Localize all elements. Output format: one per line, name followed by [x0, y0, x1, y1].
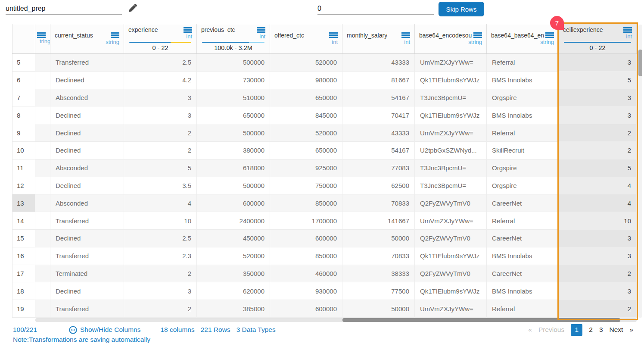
- page-button-3[interactable]: 3: [599, 326, 603, 334]
- cell-monthly_salary: 81667: [342, 72, 415, 89]
- cell-ceiliexperience: 3: [559, 54, 637, 72]
- column-menu-icon[interactable]: [37, 32, 46, 38]
- cell-current_status: Absconded: [50, 159, 124, 177]
- cell-previous_ctc: 350000: [197, 265, 270, 283]
- cell-base64_base64_en: SkillRecruit: [487, 142, 559, 159]
- cell-current_status: Absconded: [50, 194, 124, 212]
- cell-rownum: 15: [12, 230, 35, 247]
- column-name: base64_base64_en...: [491, 32, 544, 39]
- column-name-row: previous_ctc: [201, 26, 265, 33]
- column-type-label: int: [274, 39, 338, 46]
- edit-pencil-icon[interactable]: [128, 3, 137, 13]
- cell-current_status: Declined: [50, 230, 124, 247]
- show-hide-columns-button[interactable]: Show/Hide Columns: [69, 326, 140, 334]
- column-header-ceiliexperience[interactable]: ceiliexperienceint0 - 22: [559, 24, 637, 53]
- cell-monthly_salary: 141667: [342, 212, 415, 230]
- cell-current_status: Declineed: [50, 72, 124, 89]
- table-header-row: tringcurrent_statusstringexperienceint0 …: [12, 24, 637, 54]
- table-row: 17Terminated235000046000038333Q2FyZWVyTm…: [12, 265, 637, 283]
- column-menu-icon[interactable]: [473, 32, 482, 38]
- column-header-previous_ctc[interactable]: previous_ctcint100.0k - 3.2M: [197, 24, 270, 53]
- column-header-experience[interactable]: experienceint0 - 22: [124, 24, 197, 53]
- cell-base64_encodesou: T3Jnc3BpcmU=: [415, 89, 487, 107]
- next-button[interactable]: Next: [610, 326, 623, 334]
- cell-ceiliexperience: 5: [559, 159, 637, 177]
- column-menu-icon[interactable]: [184, 27, 192, 33]
- cell-col_clipped: [35, 282, 50, 300]
- column-header-base64_base64_en[interactable]: base64_base64_en...string: [487, 24, 559, 53]
- column-header-current_status[interactable]: current_statusstring: [50, 24, 124, 53]
- cell-offered_ctc: 650000: [270, 142, 342, 159]
- footer-stats: 100/221 Show/Hide Columns 18 columns 221…: [13, 326, 276, 334]
- cell-rownum: 6: [12, 72, 35, 89]
- column-range-label: 100.0k - 3.2M: [201, 44, 265, 51]
- rows-count: 221 Rows: [201, 326, 230, 334]
- vertical-scrollbar[interactable]: [638, 25, 642, 318]
- column-header-offered_ctc[interactable]: offered_ctcint: [270, 24, 342, 53]
- column-menu-icon[interactable]: [623, 27, 632, 33]
- cell-col_clipped: [35, 124, 50, 142]
- cell-base64_encodesou: Q2FyZWVyTmV0: [415, 230, 487, 247]
- cell-rownum: 9: [12, 124, 35, 142]
- next-arrow[interactable]: »: [629, 326, 633, 334]
- page-button-1[interactable]: 1: [571, 324, 582, 336]
- cell-monthly_salary: 62500: [342, 177, 415, 195]
- cell-rownum: 7: [12, 89, 35, 107]
- column-menu-icon[interactable]: [329, 32, 338, 38]
- cell-offered_ctc: 600000: [270, 300, 342, 318]
- horizontal-scrollbar[interactable]: [35, 318, 637, 322]
- column-header-col_clipped[interactable]: tring: [35, 24, 50, 53]
- column-name-row: experience: [128, 26, 192, 33]
- cell-experience: 2: [124, 265, 197, 283]
- cell-previous_ctc: 2400000: [197, 212, 270, 230]
- previous-arrow[interactable]: «: [528, 326, 532, 334]
- cell-base64_base64_en: BMS Innolabs: [487, 106, 559, 124]
- column-header-rownum: [12, 24, 35, 53]
- cell-col_clipped: [35, 89, 50, 107]
- column-menu-icon[interactable]: [401, 32, 410, 38]
- column-type-label: string: [491, 39, 554, 46]
- cell-monthly_salary: 77083: [342, 159, 415, 177]
- column-range-label: 0 - 22: [563, 44, 632, 51]
- cell-current_status: Absconded: [50, 89, 124, 107]
- cell-col_clipped: [35, 265, 50, 283]
- column-range-label: 0 - 22: [128, 44, 192, 51]
- horizontal-scrollbar-thumb[interactable]: [342, 318, 620, 322]
- column-menu-icon[interactable]: [257, 27, 265, 33]
- column-menu-icon[interactable]: [545, 32, 554, 38]
- table-body: 5Transferred2.550000052000043333UmVmZXJy…: [12, 54, 637, 318]
- cell-base64_base64_en: Orgspire: [487, 89, 559, 107]
- skip-rows-button[interactable]: Skip Rows: [439, 2, 484, 16]
- previous-button[interactable]: Previous: [538, 326, 564, 334]
- cell-experience: 5: [124, 159, 197, 177]
- cell-base64_encodesou: U2tpbGxSZWNyd...: [415, 142, 487, 159]
- column-header-base64_encodesou[interactable]: base64_encodesou...string: [415, 24, 487, 53]
- column-distribution-bar: [129, 42, 191, 43]
- cell-monthly_salary: 43333: [342, 124, 415, 142]
- cell-base64_base64_en: BMS Innolabs: [487, 247, 559, 265]
- pagination: « Previous 1 2 3 Next »: [528, 324, 633, 336]
- cell-experience: 4.2: [124, 72, 197, 89]
- cell-ceiliexperience: 3: [559, 230, 637, 247]
- column-header-monthly_salary[interactable]: monthly_salaryint: [342, 24, 415, 53]
- table-row: 9Declined250000052000043333UmVmZXJyYWw=R…: [12, 124, 637, 142]
- cell-previous_ctc: 500000: [197, 177, 270, 195]
- cell-current_status: Transferred: [50, 54, 124, 72]
- cell-rownum: 5: [12, 54, 35, 72]
- cell-current_status: Transferred: [50, 212, 124, 230]
- cell-previous_ctc: 500000: [197, 54, 270, 72]
- skip-rows-input[interactable]: [317, 3, 434, 15]
- cell-experience: 3.5: [124, 177, 197, 195]
- vertical-scrollbar-thumb[interactable]: [638, 50, 642, 76]
- cell-base64_base64_en: BMS Innolabs: [487, 282, 559, 300]
- page-button-2[interactable]: 2: [589, 326, 593, 334]
- cell-base64_encodesou: UmVmZXJyYWw=: [415, 54, 487, 72]
- column-menu-icon[interactable]: [111, 32, 119, 38]
- autosave-note: Note:Transformations are saving automati…: [13, 336, 150, 344]
- cell-col_clipped: [35, 106, 50, 124]
- cell-ceiliexperience: 4: [559, 194, 637, 212]
- cell-rownum: 12: [12, 177, 35, 195]
- footer-bar: 100/221 Show/Hide Columns 18 columns 221…: [13, 324, 633, 336]
- prep-name-input[interactable]: [6, 3, 122, 15]
- table-row: 12Declined3.550000075000062500T3Jnc3Bpcm…: [12, 177, 637, 195]
